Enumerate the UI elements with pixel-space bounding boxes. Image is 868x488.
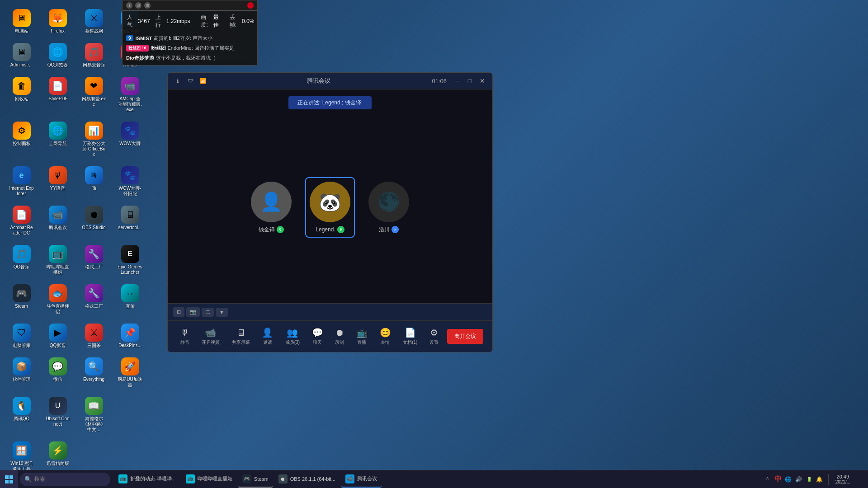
icon-moshou[interactable]: ⚔ 暮售战网: [79, 7, 108, 36]
meeting-content: 正在讲述: Legend.; 钱金铎; 👤 钱金铎 🎙 🐼 Legend. 🎙: [168, 89, 492, 303]
icon-haode[interactable]: 📖 海德格尔《林中路》中文...: [79, 394, 108, 435]
taskbar-app-steam[interactable]: 🎮 Steam: [238, 471, 273, 488]
icon-bilivideo[interactable]: 📺 哔哩哔哩直播姬: [43, 243, 72, 277]
live-button[interactable]: 📺 直播: [353, 325, 371, 347]
icon-amcap[interactable]: 📹 AMCap 全功能珍藏版.exe: [115, 75, 145, 115]
icon-wechat[interactable]: 💬 微信: [43, 355, 72, 390]
taskbar-app-bilibili-article[interactable]: 📺 折叠的动态-哔哩哔...: [114, 471, 180, 488]
icon-wow[interactable]: 🐾 WOW大脚: [115, 119, 145, 160]
icon-uu[interactable]: 🚀 网易UU加速器: [115, 355, 145, 390]
icon-qqtencent[interactable]: 🐧 腾讯QQ: [7, 394, 36, 435]
record-button[interactable]: ⏺ 录制: [331, 326, 348, 347]
icon-format2[interactable]: 🔧 格式工厂: [79, 282, 108, 317]
icon-qqying[interactable]: ▶ QQ影音: [43, 321, 72, 351]
tray-input-icon[interactable]: 中: [774, 475, 782, 483]
screen-btn[interactable]: 🖵: [202, 308, 214, 317]
icon-douyu[interactable]: 🐟 斗鱼直播伴侣: [43, 282, 72, 317]
meeting-maximize-button[interactable]: □: [465, 76, 474, 85]
tray-battery-icon[interactable]: 🔋: [805, 475, 813, 483]
tray-chevron[interactable]: ^: [764, 475, 772, 483]
meeting-minimize-button[interactable]: ─: [453, 76, 462, 85]
meeting-info-icon[interactable]: ℹ: [173, 76, 182, 85]
icon-format[interactable]: 🔧 格式工厂: [79, 243, 108, 277]
icon-diandao[interactable]: 🖥 电脑站: [7, 7, 36, 36]
stream-close-button[interactable]: ✕: [247, 2, 254, 9]
icon-jianzhan[interactable]: ❤ 网易有爱.exe: [79, 75, 108, 115]
tray-volume-icon[interactable]: 🔊: [795, 475, 803, 483]
taskbar-clock[interactable]: 20:49 2021/...: [833, 474, 853, 484]
icon-wowdajiao[interactable]: 🐾 WOW大脚-怀旧服: [115, 164, 145, 199]
members-icon: 👥: [287, 327, 298, 338]
icon-steam[interactable]: 🎮 Steam: [7, 282, 36, 317]
emoji-button[interactable]: 😊 表情: [376, 325, 395, 347]
icon-win10[interactable]: 🪟 Win10激活备用工具: [7, 439, 36, 474]
record-label: 录制: [335, 339, 344, 346]
icon-software[interactable]: 📦 软件管理: [7, 355, 36, 390]
video-button[interactable]: 📹 开启视频: [198, 325, 223, 347]
members-button[interactable]: 👥 成员(3): [282, 325, 303, 347]
icon-office[interactable]: 📊 万彩办公大师 OfficeBox: [79, 119, 108, 160]
icon-yy[interactable]: 🎙 YY语音: [43, 164, 72, 199]
icon-music163[interactable]: 🎵 网易云音乐: [79, 41, 108, 70]
settings-button[interactable]: ⚙ 设置: [426, 325, 442, 347]
icon-xunlei[interactable]: ⚡ 迅雷精简版: [43, 439, 72, 474]
camera-btn[interactable]: 📷: [186, 307, 200, 317]
taskbar-steam-icon: 🎮: [242, 474, 251, 483]
chat-button[interactable]: 💬 聊天: [308, 325, 327, 347]
tray-network-icon[interactable]: 🌐: [784, 475, 793, 483]
meeting-close-button[interactable]: ✕: [478, 76, 487, 85]
icon-tencent-meet[interactable]: 📹 腾讯会议: [43, 203, 72, 238]
qqliulan-icon: 🌐: [49, 43, 67, 61]
icon-welink[interactable]: 🛡 电脑管家: [7, 321, 36, 351]
tencent-meet-label: 腾讯会议: [49, 225, 67, 230]
chat-text-0: 高贵的bilili2万岁: 声音太小: [154, 35, 212, 42]
expand-btn[interactable]: ▼: [216, 308, 228, 317]
invite-button[interactable]: 👤 邀请: [258, 325, 277, 347]
icon-admin[interactable]: 🖥 Administr...: [7, 41, 36, 70]
tray-notification-icon[interactable]: 🔔: [816, 475, 824, 483]
mora-label: 嗨: [92, 186, 96, 191]
members-label: 成员(3): [285, 339, 300, 346]
doc-button[interactable]: 📄 文档(1): [399, 325, 421, 347]
ie-icon: e: [13, 166, 31, 184]
icon-wangdao[interactable]: 🌐 上网导航: [43, 119, 72, 160]
share-screen-button[interactable]: 🖥 共享屏幕: [228, 326, 254, 347]
taskbar-app-tencent-meeting[interactable]: 📹 腾讯会议: [341, 471, 382, 488]
icon-kongzhi[interactable]: ⚙ 控制面板: [7, 119, 36, 160]
taskbar-app-obs[interactable]: ⏺ OBS 26.1.1 (64-bit...: [274, 471, 340, 488]
icon-qqliulan[interactable]: 🌐 QQ浏览器: [43, 41, 72, 70]
mute-button[interactable]: 🎙 静音: [177, 326, 193, 347]
settings-icon[interactable]: ⚙: [144, 2, 151, 9]
diandao-icon: 🖥: [13, 9, 31, 27]
icon-istyle[interactable]: 📄 iStylePDF: [43, 75, 72, 115]
icon-ie[interactable]: e Internet Explorer: [7, 164, 36, 199]
sanguo-icon: ⚔: [85, 324, 103, 342]
icon-ubisoft[interactable]: U Ubisoft Connect: [43, 394, 72, 435]
stream-stats-bar: 人气 3467 上行 1.22mbps 画质: 最佳 丢帧: 0.0%: [123, 11, 257, 32]
icon-file[interactable]: 🗑 回收站: [7, 75, 36, 115]
taskbar-search-box[interactable]: 🔍 搜索: [20, 473, 110, 486]
meeting-signal-icon[interactable]: 📶: [198, 76, 208, 85]
meeting-taskbar-label: 腾讯会议: [357, 475, 377, 482]
qqliulan-label: QQ浏览器: [47, 62, 68, 68]
start-button[interactable]: [0, 470, 18, 488]
leave-meeting-button[interactable]: 离开会议: [447, 329, 483, 344]
icon-obs[interactable]: ⏺ OBS Studio: [79, 203, 108, 238]
icon-everything[interactable]: 🔍 Everything: [79, 355, 108, 390]
icon-huchuan[interactable]: ↔ 互传: [115, 282, 145, 317]
quality-label: 画质:: [201, 14, 208, 29]
layout-btn[interactable]: ⊞: [173, 307, 184, 317]
info-icon[interactable]: ℹ: [126, 2, 132, 9]
refresh-icon[interactable]: ↺: [135, 2, 142, 9]
icon-firefox[interactable]: 🦊 Firefox: [43, 7, 72, 36]
icon-server[interactable]: 🖥 servertool...: [115, 203, 145, 238]
meeting-shield-icon[interactable]: 🛡: [186, 76, 195, 85]
icon-epic[interactable]: E Epic Games Launcher: [115, 243, 145, 277]
icon-qqmusic[interactable]: 🎵 QQ音乐: [7, 243, 36, 277]
software-label: 软件管理: [13, 377, 31, 382]
icon-acrobat[interactable]: 📄 Acrobat Reader DC: [7, 203, 36, 238]
taskbar-app-bilibili-live[interactable]: 📺 哔哩哔哩直播姬: [181, 471, 237, 488]
icon-sanguo[interactable]: ⚔ 三国杀: [79, 321, 108, 351]
icon-mora[interactable]: 嗨 嗨: [79, 164, 108, 199]
icon-deskpins[interactable]: 📌 DeskPins...: [115, 321, 145, 351]
